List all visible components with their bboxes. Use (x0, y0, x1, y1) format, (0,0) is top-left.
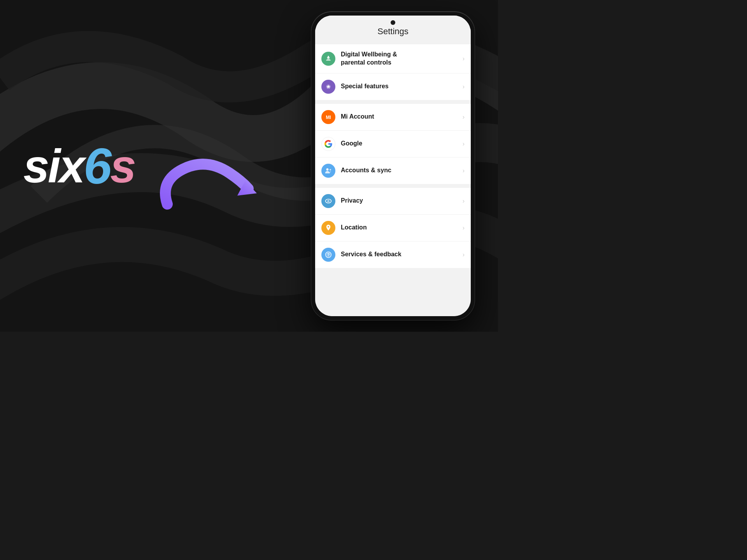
privacy-label: Privacy (341, 197, 459, 205)
settings-list: Digital Wellbeing &parental controls › S… (315, 44, 471, 316)
phone-screen: Settings Digital We (315, 16, 471, 316)
accounts-sync-icon (321, 164, 335, 178)
svg-text:MI: MI (326, 114, 331, 120)
svg-point-12 (328, 226, 329, 228)
privacy-chevron: › (463, 198, 465, 205)
svg-point-8 (330, 169, 331, 170)
svg-point-3 (328, 56, 329, 57)
logo-text: six6s (23, 141, 135, 191)
google-chevron: › (463, 140, 465, 147)
services-feedback-chevron: › (463, 251, 465, 258)
settings-group-1: Digital Wellbeing &parental controls › S… (315, 44, 471, 100)
google-label: Google (341, 140, 459, 148)
settings-item-digital-wellbeing[interactable]: Digital Wellbeing &parental controls › (315, 44, 471, 74)
logo: six6s (23, 141, 135, 191)
phone-mockup: Settings Digital We (311, 12, 475, 320)
accounts-sync-chevron: › (463, 167, 465, 174)
location-label: Location (341, 224, 459, 232)
services-feedback-icon: ? (321, 248, 335, 262)
digital-wellbeing-label: Digital Wellbeing &parental controls (341, 51, 459, 67)
digital-wellbeing-chevron: › (463, 55, 465, 62)
google-icon (321, 137, 335, 151)
logo-part-x: x (59, 143, 84, 189)
svg-text:?: ? (327, 252, 330, 257)
svg-point-7 (326, 168, 329, 170)
mi-account-label: Mi Account (341, 113, 459, 121)
mi-account-icon: MI (321, 110, 335, 124)
settings-item-mi-account[interactable]: MI Mi Account › (315, 104, 471, 131)
privacy-icon (321, 194, 335, 208)
location-icon (321, 221, 335, 235)
logo-part-si: si (23, 143, 59, 189)
settings-item-location[interactable]: Location › (315, 215, 471, 242)
settings-group-2: MI Mi Account › (315, 104, 471, 184)
accounts-sync-label: Accounts & sync (341, 166, 459, 175)
settings-screen: Settings Digital We (315, 16, 471, 316)
settings-item-privacy[interactable]: Privacy › (315, 188, 471, 215)
settings-item-services-feedback[interactable]: ? Services & feedback › (315, 242, 471, 268)
settings-group-3: Privacy › Location › (315, 188, 471, 268)
services-feedback-label: Services & feedback (341, 250, 459, 259)
logo-part-s: s (110, 143, 135, 189)
special-features-chevron: › (463, 83, 465, 90)
settings-item-accounts-sync[interactable]: Accounts & sync › (315, 158, 471, 184)
logo-part-6: 6 (84, 141, 110, 191)
svg-point-11 (328, 200, 329, 201)
phone-camera (391, 20, 395, 25)
mi-account-chevron: › (463, 114, 465, 121)
arrow-decoration (152, 150, 261, 212)
location-chevron: › (463, 224, 465, 231)
digital-wellbeing-icon (321, 52, 335, 66)
special-features-label: Special features (341, 82, 459, 91)
phone-outer-shell: Settings Digital We (311, 12, 475, 320)
settings-item-google[interactable]: Google › (315, 131, 471, 158)
settings-item-special-features[interactable]: Special features › (315, 74, 471, 100)
special-features-icon (321, 80, 335, 94)
